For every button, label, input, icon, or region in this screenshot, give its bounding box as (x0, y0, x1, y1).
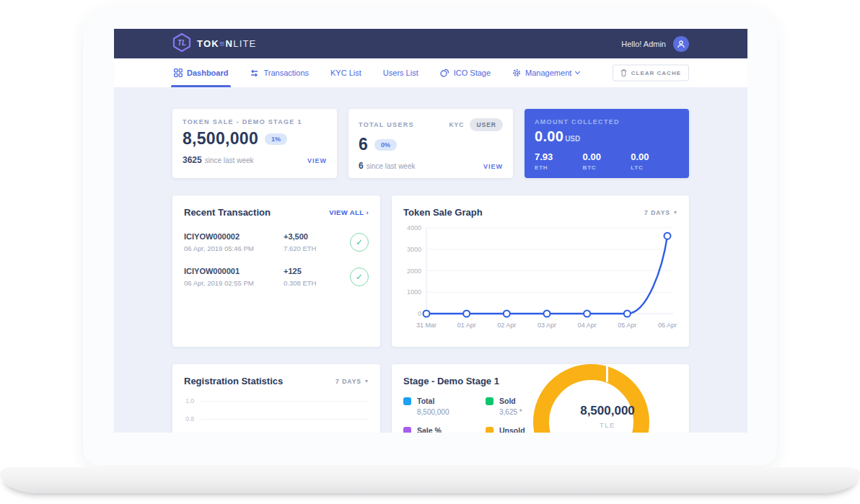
legend-swatch (403, 397, 411, 405)
delta-caption: since last week (205, 156, 254, 164)
card-title: TOKEN SALE - DEMO STAGE 1 (183, 118, 327, 125)
legend-swatch (486, 397, 493, 405)
panel-title: Registration Statistics (184, 376, 283, 386)
svg-text:31 Mar: 31 Mar (416, 322, 436, 329)
svg-text:05 Apr: 05 Apr (618, 322, 636, 329)
transaction-id: ICIYOW000002 (184, 232, 284, 241)
token-sale-value: 8,500,000 (183, 129, 258, 149)
range-dropdown[interactable]: 7 DAYS▾ (335, 378, 369, 385)
svg-text:2000: 2000 (407, 268, 421, 275)
gauge-center-label: 8,500,000 TLE (550, 404, 665, 429)
user-avatar[interactable] (673, 36, 689, 52)
axis-tick-row: 0.8 (184, 415, 369, 423)
greeting-text: Hello! Admin (621, 40, 666, 48)
registration-statistics-panel: Registration Statistics 7 DAYS▾ 1.00.80.… (172, 364, 380, 433)
transaction-id: ICIYOW000001 (184, 267, 284, 275)
amount-usd: 0.00USD (535, 128, 580, 145)
transaction-date: 06 Apr, 2019 02:55 PM (184, 279, 284, 287)
range-dropdown[interactable]: 7 DAYS▾ (644, 209, 677, 216)
svg-text:3000: 3000 (407, 246, 421, 253)
svg-text:03 Apr: 03 Apr (538, 322, 556, 329)
transaction-crypto: 0.308 ETH (284, 279, 350, 287)
tab-kyc-list[interactable]: KYC List (329, 58, 363, 87)
gear-icon (512, 68, 521, 77)
coins-icon (440, 68, 449, 77)
laptop-base (0, 467, 860, 493)
brand[interactable]: TL TOK≡NLITE (172, 32, 256, 56)
tab-label: Transactions (263, 68, 309, 77)
check-circle-icon: ✓ (350, 268, 369, 286)
tab-label: Dashboard (187, 68, 228, 77)
top-navbar: TL TOK≡NLITE Hello! Admin (114, 29, 747, 58)
bottom-panels-row: Registration Statistics 7 DAYS▾ 1.00.80.… (172, 364, 689, 433)
card-title: AMOUNT COLLECTED (535, 118, 679, 125)
clear-cache-label: CLEAR CACHE (631, 70, 681, 76)
delta-value: 3625 (183, 155, 202, 165)
transaction-crypto: 7.620 ETH (284, 244, 350, 252)
currency-breakdown: 7.93 ETH 0.00 BTC 0.00 LTC (535, 151, 679, 171)
middle-panels-row: Recent Transaction VIEW ALL› ICIYOW00000… (172, 195, 689, 347)
total-users-delta-wrap: 6since last week (359, 161, 416, 171)
laptop-screen-frame: TL TOK≡NLITE Hello! Admin (83, 7, 777, 466)
svg-text:01 Apr: 01 Apr (457, 322, 476, 329)
dashboard-screen: TL TOK≡NLITE Hello! Admin (114, 29, 747, 433)
tab-dashboard[interactable]: Dashboard (172, 58, 229, 87)
transaction-row[interactable]: ICIYOW000002 06 Apr, 2019 05:46 PM +3,50… (184, 232, 369, 252)
panel-title: Stage - Demo Stage 1 (403, 376, 499, 386)
clear-cache-button[interactable]: CLEAR CACHE (613, 65, 689, 81)
check-circle-icon: ✓ (350, 233, 369, 252)
person-icon (677, 40, 685, 48)
caret-down-icon: ▾ (365, 378, 369, 384)
chevron-down-icon (575, 69, 580, 74)
caret-down-icon: ▾ (674, 209, 677, 216)
recent-transactions-panel: Recent Transaction VIEW ALL› ICIYOW00000… (172, 195, 380, 347)
tab-label: ICO Stage (454, 68, 491, 77)
total-users-view-link[interactable]: VIEW (483, 163, 503, 170)
registration-chart-axis: 1.00.80.6 (184, 397, 369, 433)
brand-logo-icon: TL (172, 32, 191, 56)
tab-label: Management (525, 68, 571, 77)
panel-title: Token Sale Graph (403, 207, 483, 218)
tab-ico-stage[interactable]: ICO Stage (439, 58, 492, 87)
toggle-kyc-option[interactable]: KYC (449, 121, 464, 128)
axis-tick-row: 1.0 (184, 397, 369, 404)
svg-text:06 Apr: 06 Apr (658, 322, 677, 329)
currency-btc: 0.00 BTC (583, 151, 631, 171)
transaction-row[interactable]: ICIYOW000001 06 Apr, 2019 02:55 PM +125 … (184, 267, 369, 287)
swap-arrows-icon (250, 69, 259, 77)
currency-eth: 7.93 ETH (535, 151, 583, 171)
trash-icon (620, 69, 627, 77)
tab-users-list[interactable]: Users List (382, 58, 420, 87)
stat-cards-row: TOKEN SALE - DEMO STAGE 1 8,500,000 1% 3… (172, 109, 689, 178)
legend-item-sale-pct: Sale % (403, 426, 475, 433)
transaction-date: 06 Apr, 2019 05:46 PM (184, 244, 284, 252)
token-sale-badge: 1% (265, 133, 287, 145)
user-menu[interactable]: Hello! Admin (621, 36, 689, 52)
svg-text:4000: 4000 (407, 224, 421, 231)
tab-label: Users List (383, 68, 418, 77)
legend-item-total: Total 8,500,000 (403, 397, 475, 416)
tab-label: KYC List (330, 68, 361, 77)
token-sale-delta-wrap: 3625since last week (183, 155, 254, 165)
tab-transactions[interactable]: Transactions (248, 58, 310, 87)
token-sale-graph-panel: Token Sale Graph 7 DAYS▾ 010002000300040… (392, 195, 689, 347)
view-all-link[interactable]: VIEW ALL› (329, 208, 369, 216)
legend-swatch (486, 427, 493, 433)
nav-tabs-bar: Dashboard Transactions KYC List Users Li… (114, 58, 747, 87)
total-users-card: TOTAL USERS KYC USER 6 0% 6since last we… (348, 109, 513, 178)
svg-text:TL: TL (177, 39, 186, 47)
brand-name: TOK≡NLITE (197, 38, 256, 49)
token-sale-view-link[interactable]: VIEW (307, 157, 327, 164)
main-content: TOKEN SALE - DEMO STAGE 1 8,500,000 1% 3… (114, 87, 747, 433)
toggle-user-option[interactable]: USER (470, 118, 503, 131)
svg-text:0: 0 (418, 310, 421, 317)
currency-ltc: 0.00 LTC (631, 151, 679, 171)
svg-text:04 Apr: 04 Apr (578, 322, 597, 329)
tab-management[interactable]: Management (511, 58, 581, 87)
delta-caption: since last week (367, 162, 416, 170)
chevron-right-icon: › (366, 208, 369, 216)
transaction-amount: +3,500 (284, 232, 350, 241)
stage-gauge-panel: Stage - Demo Stage 1 Total 8,500,000 Sol… (392, 364, 689, 433)
total-users-value: 6 (359, 135, 368, 154)
token-sale-card: TOKEN SALE - DEMO STAGE 1 8,500,000 1% 3… (172, 109, 337, 178)
